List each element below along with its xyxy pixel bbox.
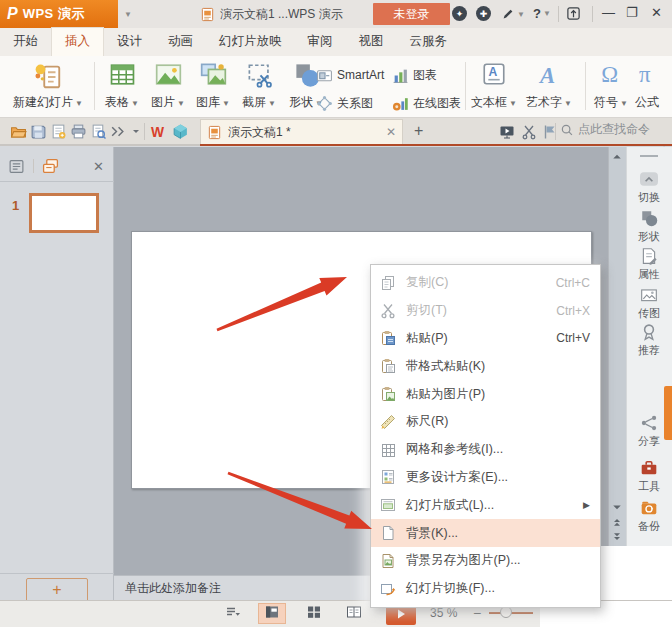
save-button[interactable]: [30, 123, 47, 140]
ribbon-button-图片[interactable]: 图片▼: [146, 58, 190, 114]
menu-item-剪切: 剪切(T)Ctrl+X: [371, 297, 600, 325]
sidebar-item-切换[interactable]: 切换: [626, 170, 672, 205]
play-icon: [393, 606, 409, 622]
ribbon-button-公式[interactable]: π公式: [630, 58, 664, 114]
cube-button[interactable]: [172, 123, 189, 140]
notes-toggle-icon[interactable]: [225, 604, 241, 620]
monitor-play-button[interactable]: [499, 124, 515, 140]
ribbon-button-符号[interactable]: Ω符号▼: [592, 58, 630, 114]
slide-sorter-view-icon[interactable]: [306, 604, 322, 620]
menu-item-网格和参考线[interactable]: 网格和参考线(I)...: [371, 436, 600, 464]
ribbon-tab-开始[interactable]: 开始: [0, 28, 51, 56]
view-grid-icon: [306, 604, 322, 620]
cut-tool-button[interactable]: [521, 124, 537, 140]
sidebar-item-分享[interactable]: 分享: [626, 414, 672, 449]
menu-item-粘贴为图片[interactable]: 粘贴为图片(P): [371, 380, 600, 408]
ribbon-button-文本框[interactable]: A文本框▼: [471, 58, 517, 114]
previous-slide-icon[interactable]: [608, 515, 626, 529]
slide-thumbnail[interactable]: [29, 193, 99, 233]
qat-separator: [144, 123, 145, 140]
menu-item-更多设计方案[interactable]: 更多设计方案(E)...: [371, 464, 600, 492]
maximize-button[interactable]: ❐: [626, 5, 638, 20]
print-button[interactable]: [70, 123, 87, 140]
w-logo-button[interactable]: W: [150, 123, 167, 140]
add-slide-button[interactable]: +: [26, 578, 88, 602]
scroll-down-icon[interactable]: [608, 500, 626, 514]
ribbon-tab-视图[interactable]: 视图: [346, 28, 397, 56]
sidebar-item-形状[interactable]: 形状: [626, 209, 672, 244]
ribbon-button-在线图表[interactable]: 在线图表: [392, 90, 461, 116]
ribbon-button-SmartArt[interactable]: SmartArt: [316, 62, 384, 88]
minimize-button[interactable]: —: [602, 5, 615, 20]
pen-tools-icon[interactable]: ▼: [501, 7, 525, 21]
vertical-scrollbar[interactable]: [608, 147, 626, 546]
ribbon-button-关系图[interactable]: 关系图: [316, 90, 373, 116]
dropdown-caret-icon: ▼: [509, 99, 517, 108]
ribbon-tab-插入[interactable]: 插入: [51, 27, 104, 56]
monitor-play-icon: [499, 124, 515, 140]
paste-format-icon: [380, 358, 396, 374]
ribbon-tab-幻灯片放映[interactable]: 幻灯片放映: [206, 28, 295, 56]
menu-item-粘贴[interactable]: 粘贴(P)Ctrl+V: [371, 325, 600, 353]
view-read-icon: [346, 604, 362, 620]
reading-view-icon[interactable]: [346, 604, 362, 620]
ribbon-tab-审阅[interactable]: 审阅: [295, 28, 346, 56]
sidebar-item-推荐[interactable]: 推荐: [626, 323, 672, 358]
ppt-doc-icon: [207, 125, 222, 140]
window-doc-title: 演示文稿1 ...WPS 演示: [200, 0, 343, 28]
ribbon-tab-云服务[interactable]: 云服务: [397, 28, 461, 56]
sidebar-item-传图[interactable]: 传图: [626, 286, 672, 321]
close-panel-icon[interactable]: ✕: [93, 159, 104, 174]
ribbon-button-艺术字[interactable]: A艺术字▼: [524, 58, 574, 114]
sidebar-item-备份[interactable]: 备份: [626, 499, 672, 534]
ribbon-button-图库[interactable]: 图库▼: [191, 58, 235, 114]
sidebar-item-label: 形状: [638, 229, 660, 244]
menu-item-幻灯片版式[interactable]: 幻灯片版式(L)...▶: [371, 491, 600, 519]
menu-item-背景[interactable]: 背景(K)...: [371, 519, 600, 547]
close-tab-icon[interactable]: ✕: [386, 125, 396, 139]
sidebar-collapse-handle[interactable]: [640, 155, 658, 157]
zoom-slider-handle[interactable]: [500, 606, 512, 618]
menu-item-带格式粘贴[interactable]: 带格式粘贴(K): [371, 352, 600, 380]
print-preview-button[interactable]: [90, 123, 107, 140]
ribbon-button-图表[interactable]: 图表: [392, 62, 437, 88]
more-chevron-button[interactable]: [109, 123, 126, 140]
menu-item-幻灯片切换[interactable]: 幻灯片切换(F)...: [371, 575, 600, 603]
help-icon[interactable]: ?▼: [533, 6, 551, 21]
new-tab-button[interactable]: +: [414, 122, 423, 140]
upload-box-icon: [566, 6, 581, 21]
ribbon-tab-设计[interactable]: 设计: [104, 28, 155, 56]
open-folder-button[interactable]: [10, 123, 27, 140]
caret-down-button[interactable]: [130, 123, 142, 137]
close-button[interactable]: ✕: [651, 5, 662, 20]
ribbon-button-截屏[interactable]: 截屏▼: [237, 58, 281, 114]
outline-view-icon[interactable]: [8, 158, 25, 175]
ribbon-button-新建幻灯片[interactable]: 新建幻灯片▼: [6, 58, 90, 114]
logo-menu-caret-icon[interactable]: ▼: [124, 10, 132, 19]
ribbon-tab-动画[interactable]: 动画: [155, 28, 206, 56]
theme-icon[interactable]: ✦: [452, 6, 467, 21]
search-icon: [560, 123, 574, 137]
login-button[interactable]: 未登录: [373, 3, 450, 25]
print-icon: [70, 123, 87, 140]
command-search[interactable]: 点此查找命令: [560, 121, 650, 138]
plugin-icon[interactable]: ✚: [476, 6, 491, 21]
ribbon-button-表格[interactable]: 表格▼: [100, 58, 144, 114]
ribbon-button-label: 艺术字▼: [526, 94, 572, 111]
document-tab[interactable]: 演示文稿1 * ✕: [200, 119, 403, 144]
ribbon: 新建幻灯片▼表格▼图片▼图库▼截屏▼形状▼SmartArt图表关系图在线图表A文…: [0, 56, 672, 118]
bg-image-icon: [380, 553, 396, 569]
app-logo[interactable]: P WPS 演示: [0, 0, 118, 28]
export-button[interactable]: [50, 123, 67, 140]
next-slide-icon[interactable]: [608, 530, 626, 544]
sidebar-item-属性[interactable]: 属性: [626, 247, 672, 282]
sidebar-item-工具[interactable]: 工具: [626, 459, 672, 494]
menu-item-标尺[interactable]: 标尺(R): [371, 408, 600, 436]
new-slide-icon: [33, 61, 63, 91]
menu-item-label: 更多设计方案(E)...: [406, 469, 508, 486]
fullscreen-upload-icon[interactable]: [566, 6, 581, 21]
normal-view-icon[interactable]: [264, 604, 280, 620]
scroll-up-icon[interactable]: [608, 150, 626, 164]
slides-view-icon[interactable]: [42, 158, 59, 175]
menu-item-背景另存为图片[interactable]: 背景另存为图片(P)...: [371, 547, 600, 575]
